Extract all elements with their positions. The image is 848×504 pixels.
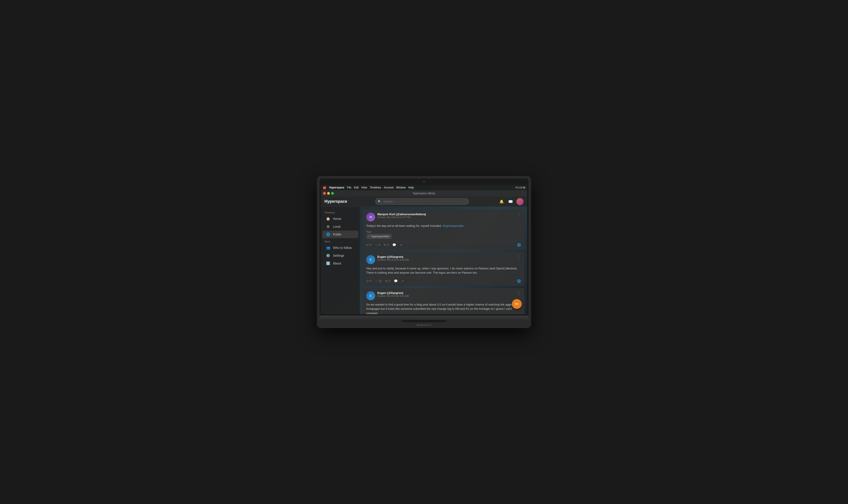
- post-card: E Eugen (@Gargron) October 4th 2019 at 8…: [363, 252, 525, 286]
- post-avatar: E: [366, 255, 375, 264]
- menubar-window[interactable]: Window: [396, 186, 406, 189]
- reply-group: ↩ 0: [366, 279, 371, 283]
- like-icon[interactable]: ♡: [375, 279, 378, 283]
- tag-pill[interactable]: 🏷 hyperspacedev: [366, 234, 392, 239]
- user-avatar-button[interactable]: [516, 198, 524, 205]
- sidebar-local-label: Local: [333, 225, 340, 228]
- macbook-base: [320, 320, 528, 323]
- sidebar-settings-label: Settings: [333, 254, 344, 257]
- tag-text: hyperspacedev: [371, 235, 389, 238]
- traffic-lights: [323, 192, 334, 195]
- post-more-button[interactable]: ⋮: [517, 255, 521, 259]
- tags-label: Tags: [366, 230, 521, 233]
- post-author: Eugen (@Gargron): [377, 255, 517, 258]
- window-title: Hyperspace (Beta): [413, 192, 435, 195]
- post-meta: Eugen (@Gargron) October 4th 2019 at 8:0…: [377, 255, 517, 261]
- close-button[interactable]: [323, 192, 326, 195]
- sidebar-item-local[interactable]: ⊞ Local: [322, 223, 358, 230]
- search-icon: 🔍: [378, 200, 381, 203]
- boost-count: 2: [389, 280, 390, 283]
- post-meta: Eugen (@Gargron) October 4th 2019 at 8:0…: [377, 291, 517, 297]
- app-logo: Hyperspace: [324, 199, 360, 204]
- comment-icon[interactable]: 💬: [392, 243, 396, 247]
- post-date: October 4th 2019 at 12:47 PM: [377, 216, 517, 219]
- screen: 🍎 Hyperspace File Edit View Timelines Ac…: [321, 185, 527, 314]
- feed: M Marquis Kurt (@alicerunsonfedora) Octo…: [360, 207, 527, 314]
- post-author: Marquis Kurt (@alicerunsonfedora): [377, 213, 517, 216]
- reply-icon[interactable]: ↩: [366, 243, 369, 247]
- sidebar-item-who-to-follow[interactable]: 👥 Who to follow: [322, 244, 358, 252]
- share-icon[interactable]: ↗: [401, 279, 404, 283]
- post-avatar: M: [366, 213, 375, 221]
- post-card: E Eugen (@Gargron) October 4th 2019 at 8…: [363, 288, 525, 314]
- maximize-button[interactable]: [331, 192, 334, 195]
- sidebar-item-settings[interactable]: ⚙️ Settings: [322, 252, 358, 259]
- boost-group: ↻ 2: [385, 279, 390, 283]
- macbook-label: MacBook Pro: [320, 323, 528, 328]
- sidebar-item-about[interactable]: ℹ️ About: [322, 259, 358, 267]
- sidebar-who-to-follow-label: Who to follow: [333, 246, 352, 250]
- messages-button[interactable]: ✉️: [508, 198, 514, 204]
- minimize-button[interactable]: [327, 192, 330, 195]
- comment-icon[interactable]: 💬: [394, 279, 398, 283]
- menubar-file[interactable]: File: [347, 186, 351, 189]
- sidebar-home-label: Home: [333, 217, 341, 220]
- avatar-initial: M: [369, 215, 372, 219]
- visibility-icon: 🌐: [517, 279, 521, 283]
- new-post-fab[interactable]: ✏: [512, 299, 522, 309]
- menubar-account[interactable]: Account: [384, 186, 393, 189]
- notification-button[interactable]: 🔔: [498, 198, 505, 204]
- tag-icon: 🏷: [368, 235, 370, 237]
- reply-count: 0: [370, 280, 371, 283]
- search-bar: 🔍: [375, 198, 469, 205]
- like-group: ♡ 11: [375, 279, 382, 283]
- menubar-right: Fri 13:48: [516, 186, 525, 189]
- apple-menu-icon[interactable]: 🍎: [323, 186, 326, 189]
- boost-icon[interactable]: ↻: [385, 279, 388, 283]
- reply-icon[interactable]: ↩: [366, 279, 369, 283]
- post-more-button[interactable]: ⋮: [517, 213, 521, 217]
- sidebar: Timelines 🏠 Home ⊞ Local 🌐 Public: [321, 207, 360, 314]
- app-header: Hyperspace 🔍 🔔 ✉️: [321, 196, 527, 207]
- menubar-view[interactable]: View: [361, 186, 367, 189]
- post-header: M Marquis Kurt (@alicerunsonfedora) Octo…: [366, 213, 521, 221]
- more-section-label: More: [321, 238, 360, 244]
- share-icon[interactable]: ↗: [400, 243, 402, 247]
- like-count: 0: [379, 243, 380, 247]
- post-header: E Eugen (@Gargron) October 4th 2019 at 8…: [366, 291, 521, 300]
- tags-section: Tags 🏷 hyperspacedev: [366, 230, 521, 239]
- who-to-follow-icon: 👥: [326, 246, 330, 250]
- menubar-app-name[interactable]: Hyperspace: [329, 186, 344, 189]
- reply-count: 0: [370, 243, 371, 247]
- macbook-shell: 🍎 Hyperspace File Edit View Timelines Ac…: [317, 176, 531, 328]
- like-icon[interactable]: ♡: [375, 243, 378, 247]
- reply-group: ↩ 0: [366, 243, 371, 247]
- menubar-timelines[interactable]: Timelines: [370, 186, 381, 189]
- boost-group: ↻ 0: [384, 243, 389, 247]
- avatar-initial: E: [370, 294, 372, 298]
- macbook-notch: [402, 320, 446, 322]
- post-body: Hey and just to clarify, because it came…: [366, 266, 521, 275]
- post-avatar: E: [366, 291, 375, 300]
- post-actions: ↩ 0 ♡ 11 ↻ 2: [366, 277, 521, 283]
- timelines-section-label: Timelines: [321, 210, 360, 215]
- post-actions: ↩ 0 ♡ 0 ↻ 0: [366, 241, 521, 247]
- boost-count: 0: [387, 243, 389, 247]
- screen-bezel: 🍎 Hyperspace File Edit View Timelines Ac…: [320, 179, 528, 316]
- sidebar-item-public[interactable]: 🌐 Public: [322, 231, 358, 238]
- boost-icon[interactable]: ↻: [384, 243, 386, 247]
- search-input[interactable]: [375, 198, 469, 205]
- post-date: October 4th 2019 at 8:08 AM: [377, 258, 517, 261]
- header-actions: 🔔 ✉️: [498, 198, 524, 205]
- post-more-button[interactable]: ⋮: [517, 291, 521, 295]
- menubar: 🍎 Hyperspace File Edit View Timelines Ac…: [321, 185, 527, 190]
- about-icon: ℹ️: [326, 262, 330, 265]
- post-header: E Eugen (@Gargron) October 4th 2019 at 8…: [366, 255, 521, 264]
- avatar-initial: E: [370, 258, 372, 262]
- settings-icon: ⚙️: [326, 254, 330, 257]
- macbook-bottom: [320, 316, 528, 320]
- public-icon: 🌐: [326, 232, 330, 236]
- menubar-help[interactable]: Help: [408, 186, 414, 189]
- menubar-edit[interactable]: Edit: [354, 186, 359, 189]
- sidebar-item-home[interactable]: 🏠 Home: [322, 215, 358, 222]
